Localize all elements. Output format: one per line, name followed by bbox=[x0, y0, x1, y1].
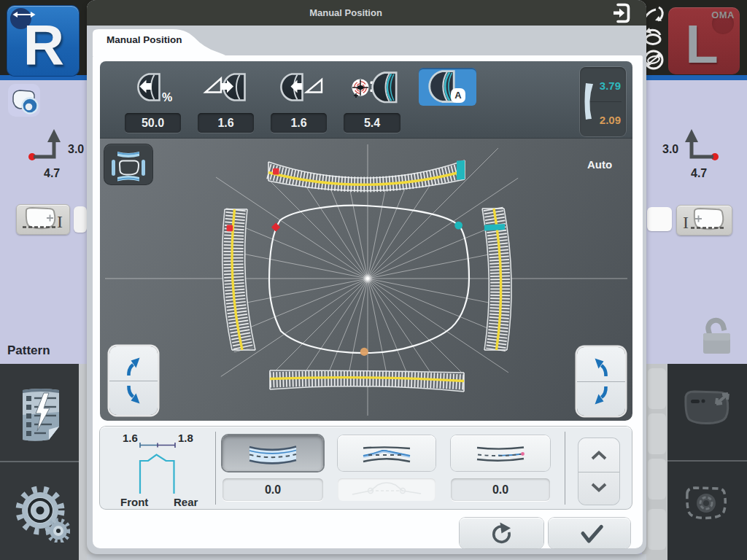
svg-text:I: I bbox=[57, 212, 63, 231]
svg-text:I: I bbox=[683, 213, 689, 232]
svg-text:%: % bbox=[162, 91, 172, 104]
